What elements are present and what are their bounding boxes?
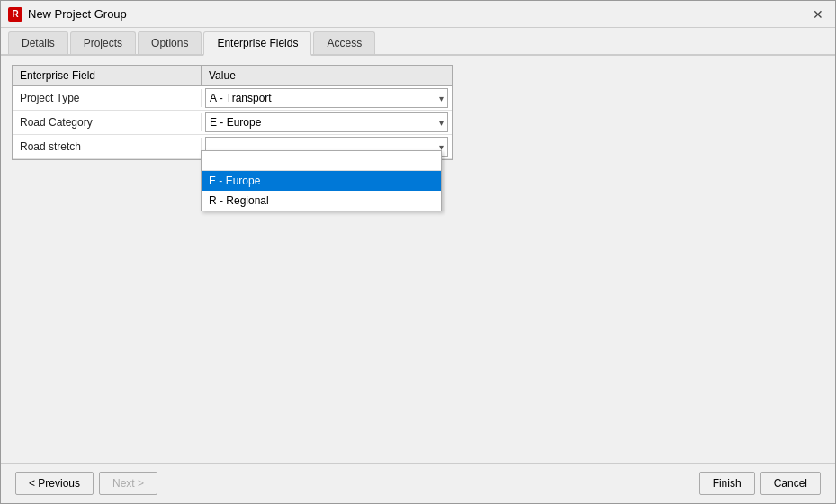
col-header-field: Enterprise Field [13,66,202,86]
content-area: Enterprise Field Value Project Type A - … [1,56,835,463]
field-road-stretch: Road stretch [13,138,202,156]
tab-access[interactable]: Access [313,32,375,54]
value-road-category: E - Europe ▾ [202,111,452,134]
dropdown-road-category: E - Europe R - Regional [201,150,442,212]
tabs-bar: Details Projects Options Enterprise Fiel… [1,28,835,56]
select-project-type[interactable]: A - Transport ▾ [205,88,448,108]
table-row: Project Type A - Transport ▾ [13,86,452,111]
dropdown-list: E - Europe R - Regional [202,171,441,211]
window-title: New Project Group [28,7,127,21]
footer-nav-buttons: < Previous Next > [15,472,157,495]
dropdown-search-input[interactable] [202,151,441,171]
chevron-down-icon: ▾ [439,118,444,128]
footer-action-buttons: Finish Cancel [699,472,821,495]
value-project-type: A - Transport ▾ [202,86,452,110]
dropdown-item-r-regional[interactable]: R - Regional [202,191,441,211]
col-header-value: Value [202,66,452,86]
tab-projects[interactable]: Projects [70,32,136,54]
field-road-category: Road Category [13,113,202,131]
chevron-down-icon: ▾ [439,94,444,104]
close-button[interactable]: ✕ [808,4,828,24]
footer: < Previous Next > Finish Cancel [1,463,835,503]
select-road-category[interactable]: E - Europe ▾ [205,112,448,132]
tab-options[interactable]: Options [138,32,202,54]
dialog-window: R New Project Group ✕ Details Projects O… [0,0,836,504]
table-row: Road Category E - Europe ▾ [13,111,452,135]
title-bar: R New Project Group ✕ [1,1,835,28]
next-button[interactable]: Next > [99,472,157,495]
dropdown-item-e-europe[interactable]: E - Europe [202,171,441,191]
previous-button[interactable]: < Previous [15,472,94,495]
title-bar-left: R New Project Group [8,7,127,22]
cancel-button[interactable]: Cancel [760,472,821,495]
tab-enterprise-fields[interactable]: Enterprise Fields [203,32,311,56]
field-project-type: Project Type [13,89,202,107]
tab-details[interactable]: Details [8,32,68,54]
table-header: Enterprise Field Value [13,66,452,86]
finish-button[interactable]: Finish [699,472,755,495]
app-icon: R [8,7,22,22]
enterprise-fields-table: Enterprise Field Value Project Type A - … [12,65,453,160]
